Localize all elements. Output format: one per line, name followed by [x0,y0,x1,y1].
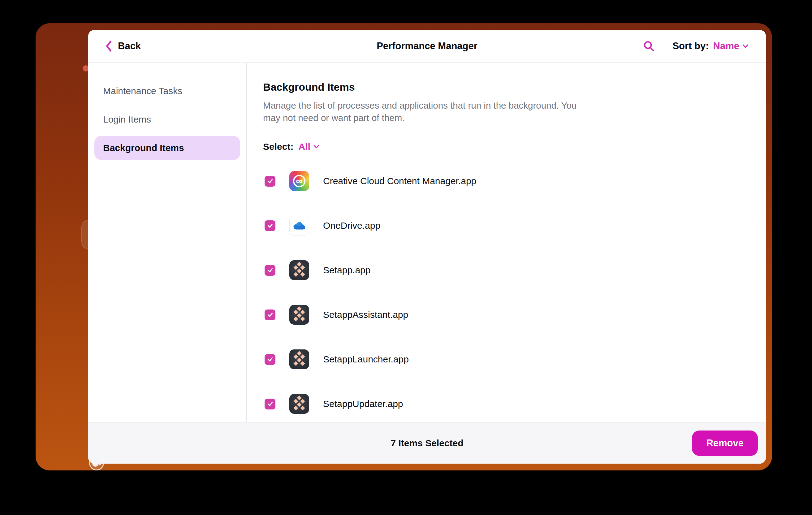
list-item[interactable]: SetappUpdater.app [263,381,754,422]
sidebar-dock [36,23,88,470]
sort-by-label: Sort by: [672,40,708,52]
setapp-app-icon [289,349,309,369]
sort-by-dropdown[interactable]: Sort by: Name [672,40,749,52]
back-button[interactable]: Back [106,40,141,52]
selection-status: 7 Items Selected [390,438,463,449]
background-items-panel: Background Items Manage the list of proc… [246,63,766,422]
checkmark-icon [266,222,274,229]
checkbox-checked[interactable] [265,176,276,187]
content-card: Back Performance Manager Sort by: Name [88,30,766,464]
select-value: All [298,141,310,152]
app-name: OneDrive.app [323,220,380,231]
checkbox-checked[interactable] [265,220,276,231]
nav-item-label: Maintenance Tasks [103,86,182,96]
checkmark-icon [266,177,274,185]
select-all-dropdown[interactable]: All [298,141,319,152]
app-name: SetappAssistant.app [323,310,408,320]
checkbox-checked[interactable] [265,310,276,320]
page-title: Performance Manager [377,40,477,52]
checkbox-checked[interactable] [265,399,276,409]
app-window: Back Performance Manager Sort by: Name [36,23,772,470]
sort-by-value: Name [713,40,739,52]
list-item[interactable]: ∞ Creative Cloud Content Manager.app [263,159,754,203]
screenshot-stage: Back Performance Manager Sort by: Name [0,0,812,515]
background-items-list: ∞ Creative Cloud Content Manager.app [263,159,754,422]
setapp-app-icon [289,305,309,325]
section-nav: Maintenance Tasks Login Items Background… [88,63,246,422]
nav-item-login-items[interactable]: Login Items [94,107,240,132]
setapp-app-icon [289,260,309,280]
checkmark-icon [266,311,274,318]
list-item[interactable]: Setapp.app [263,248,754,292]
list-item[interactable]: SetappLauncher.app [263,337,754,381]
back-label: Back [118,40,141,52]
chevron-down-icon [743,44,749,48]
checkmark-icon [266,400,274,408]
chevron-left-icon [106,40,112,52]
panel-description: Manage the list of processes and applica… [263,99,591,124]
app-name: SetappLauncher.app [323,354,409,365]
selection-footer: 7 Items Selected Remove [88,422,766,464]
app-name: SetappUpdater.app [323,399,403,409]
nav-item-label: Login Items [103,114,151,125]
nav-item-maintenance-tasks[interactable]: Maintenance Tasks [94,79,240,103]
nav-item-background-items[interactable]: Background Items [94,136,240,160]
list-item[interactable]: OneDrive.app [263,203,754,248]
list-item[interactable]: SetappAssistant.app [263,292,754,337]
app-name: Creative Cloud Content Manager.app [323,176,476,186]
chevron-down-icon [314,145,319,148]
checkbox-checked[interactable] [265,265,276,276]
app-name: Setapp.app [323,265,370,276]
checkmark-icon [266,266,274,274]
nav-item-label: Background Items [103,143,184,153]
onedrive-app-icon [289,216,309,235]
panel-heading: Background Items [263,80,754,94]
select-label: Select: [263,141,293,152]
checkmark-icon [266,355,274,363]
toolbar: Back Performance Manager Sort by: Name [88,30,766,62]
creative-cloud-app-icon: ∞ [289,171,309,191]
remove-button[interactable]: Remove [692,430,758,456]
setapp-app-icon [289,394,309,414]
search-icon[interactable] [643,40,655,52]
checkbox-checked[interactable] [265,354,276,365]
